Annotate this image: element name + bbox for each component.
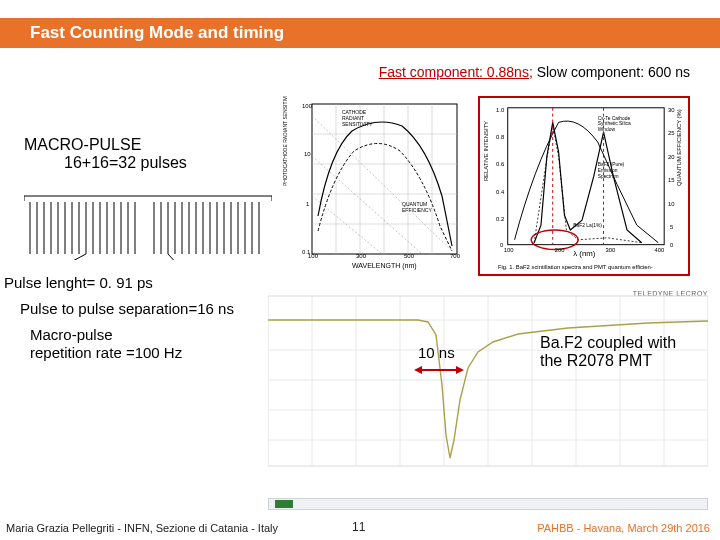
svg-text:100: 100 <box>302 103 313 109</box>
footer-author: Maria Grazia Pellegriti - INFN, Sezione … <box>6 522 278 534</box>
pulse-separation-label: Pulse to pulse separation=16 ns <box>20 300 234 317</box>
marker-10ns-arrow <box>414 364 464 376</box>
baf2-spectra-chart: RELATIVE INTENSITY QUANTUM EFFICIENCY (%… <box>478 96 690 276</box>
footer-event: PAHBB - Havana, March 29th 2016 <box>537 522 710 534</box>
svg-marker-111 <box>414 366 422 374</box>
svg-text:EFFICIENCY: EFFICIENCY <box>402 207 432 213</box>
svg-text:Synthetic Silica: Synthetic Silica <box>598 121 631 126</box>
svg-marker-112 <box>456 366 464 374</box>
components-line: Fast component: 0.88ns; Slow component: … <box>379 64 690 80</box>
oscilloscope-trace-chart <box>268 290 708 486</box>
svg-text:100: 100 <box>504 247 515 253</box>
svg-text:10: 10 <box>668 201 675 207</box>
baf2-l2: the R2078 PMT <box>540 352 676 370</box>
baf2-coupling-label: Ba.F2 coupled with the R2078 PMT <box>540 334 676 371</box>
svg-line-47 <box>312 196 382 254</box>
svg-text:300: 300 <box>356 253 367 259</box>
svg-text:20: 20 <box>668 154 675 160</box>
svg-text:WAVELENGTH (nm): WAVELENGTH (nm) <box>352 262 417 270</box>
svg-text:200: 200 <box>555 247 566 253</box>
svg-text:λ (nm): λ (nm) <box>573 249 596 258</box>
svg-text:Spectrum: Spectrum <box>598 174 619 179</box>
baf2-l1: Ba.F2 coupled with <box>540 334 676 352</box>
svg-text:0.6: 0.6 <box>496 161 504 167</box>
svg-text:Cs-Te Cathode: Cs-Te Cathode <box>598 116 631 121</box>
oscilloscope-statusbar <box>268 498 708 510</box>
svg-text:RELATIVE INTENSITY: RELATIVE INTENSITY <box>483 121 489 181</box>
svg-text:25: 25 <box>668 130 675 136</box>
svg-text:Fig. 1. BaF2 scintillation spe: Fig. 1. BaF2 scintillation spectra and P… <box>498 264 653 270</box>
macro-line1: MACRO-PULSE <box>24 136 274 154</box>
macro-rep-l2: repetition rate =100 Hz <box>30 344 182 362</box>
slow-component-label: Slow component: 600 ns <box>533 64 690 80</box>
svg-rect-35 <box>312 104 457 254</box>
svg-text:QUANTUM EFFICIENCY (%): QUANTUM EFFICIENCY (%) <box>676 109 682 186</box>
pulse-length-label: Pulse lenght= 0. 91 ps <box>4 274 153 291</box>
svg-text:30: 30 <box>668 107 675 113</box>
macro-line2: 16+16=32 pulses <box>24 154 274 172</box>
svg-text:BaF2 (Pure): BaF2 (Pure) <box>598 162 625 167</box>
svg-text:10: 10 <box>304 151 311 157</box>
svg-text:BaF2 La(1%): BaF2 La(1%) <box>573 223 602 228</box>
macro-pulse-label: MACRO-PULSE 16+16=32 pulses <box>24 136 274 172</box>
footer-page-number: 11 <box>352 520 365 534</box>
status-chip <box>275 500 293 508</box>
pmt-sensitivity-chart: PHOTOCATHODE RADIANT SENSITIVITY (mA/W) … <box>282 96 465 276</box>
svg-text:1: 1 <box>306 201 310 207</box>
svg-text:0: 0 <box>670 242 674 248</box>
macro-rep-l1: Macro-pulse <box>30 326 182 344</box>
fast-component-label: Fast component: 0.88ns; <box>379 64 533 80</box>
svg-text:PHOTOCATHODE RADIANT SENSITIVI: PHOTOCATHODE RADIANT SENSITIVITY (mA/W) <box>282 96 288 186</box>
svg-text:0.2: 0.2 <box>496 216 504 222</box>
marker-10ns-label: 10 ns <box>418 344 455 361</box>
svg-text:SENSITIVITY: SENSITIVITY <box>342 121 373 127</box>
svg-text:Window: Window <box>598 127 616 132</box>
svg-line-45 <box>312 116 452 251</box>
title-bar: Fast Counting Mode and timing <box>0 18 720 48</box>
svg-text:0.4: 0.4 <box>496 189 505 195</box>
svg-text:0.8: 0.8 <box>496 134 504 140</box>
svg-text:700: 700 <box>450 253 461 259</box>
svg-text:0.1: 0.1 <box>302 249 311 255</box>
svg-text:1.0: 1.0 <box>496 107 505 113</box>
svg-text:Emission: Emission <box>598 168 618 173</box>
svg-text:300: 300 <box>606 247 617 253</box>
svg-text:500: 500 <box>404 253 415 259</box>
pulse-comb-diagram <box>24 186 272 260</box>
macro-repetition-label: Macro-pulse repetition rate =100 Hz <box>30 326 182 362</box>
svg-text:15: 15 <box>668 177 675 183</box>
svg-text:5: 5 <box>670 224 674 230</box>
title-accent <box>0 18 22 48</box>
svg-text:400: 400 <box>654 247 665 253</box>
page-title: Fast Counting Mode and timing <box>22 18 720 48</box>
